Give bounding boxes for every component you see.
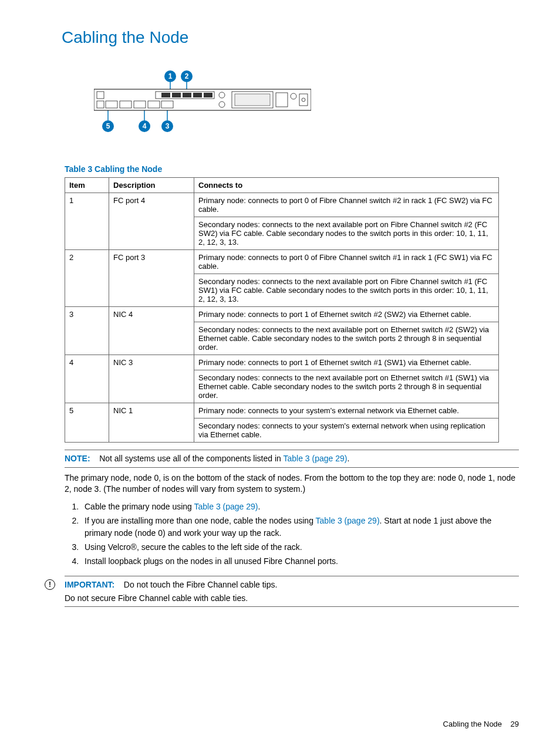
cell-connects-to: Primary node: connects to your system's … xyxy=(194,403,499,418)
table-header-connects-to: Connects to xyxy=(194,178,499,193)
table-row: 1FC port 4Primary node: connects to port… xyxy=(65,193,499,217)
svg-rect-5 xyxy=(94,89,311,110)
cell-connects-to: Primary node: connects to port 1 of Ethe… xyxy=(194,307,499,322)
table-title: Table 3 Cabling the Node xyxy=(41,164,519,174)
callout-3: 3 xyxy=(161,120,173,132)
note-label: NOTE: xyxy=(65,454,90,463)
step-link[interactable]: Table 3 (page 29) xyxy=(194,502,258,511)
svg-rect-14 xyxy=(161,93,170,97)
hardware-diagram: 1 2 3 4 5 xyxy=(41,70,519,135)
svg-rect-22 xyxy=(235,94,270,106)
table-row: 5NIC 1Primary node: connects to your sys… xyxy=(65,403,499,418)
important-block: IMPORTANT: Do not touch the Fibre Channe… xyxy=(65,576,519,607)
svg-rect-15 xyxy=(172,93,181,97)
cell-connects-to: Primary node: connects to port 1 of Ethe… xyxy=(194,355,499,370)
cabling-table: Item Description Connects to 1FC port 4P… xyxy=(65,177,499,443)
cell-item: 3 xyxy=(65,307,109,355)
cell-item: 2 xyxy=(65,250,109,307)
important-icon: ! xyxy=(45,579,55,590)
cell-description: NIC 1 xyxy=(109,403,194,443)
svg-rect-16 xyxy=(183,93,191,97)
list-item: If you are installing more than one node… xyxy=(81,515,519,539)
cell-description: FC port 4 xyxy=(109,193,194,250)
svg-rect-18 xyxy=(204,93,212,97)
cell-connects-to: Secondary nodes: connects to the next av… xyxy=(194,274,499,307)
cell-connects-to: Secondary nodes: connects to the next av… xyxy=(194,322,499,355)
callout-1: 1 xyxy=(164,70,176,82)
cell-item: 5 xyxy=(65,403,109,443)
note-text-before: Not all systems use all of the component… xyxy=(99,454,283,463)
svg-rect-17 xyxy=(193,93,202,97)
callout-2: 2 xyxy=(181,70,193,82)
important-line1: Do not touch the Fibre Channel cable tip… xyxy=(124,580,278,589)
cell-description: NIC 4 xyxy=(109,307,194,355)
cell-connects-to: Secondary nodes: connects to your system… xyxy=(194,418,499,443)
note-link[interactable]: Table 3 (page 29) xyxy=(283,454,347,463)
cell-item: 4 xyxy=(65,355,109,403)
footer-section: Cabling the Node xyxy=(443,720,502,728)
table-header-item: Item xyxy=(65,178,109,193)
cell-connects-to: Secondary nodes: connects to the next av… xyxy=(194,217,499,250)
callout-4: 4 xyxy=(139,120,150,132)
page-title: Cabling the Node xyxy=(41,28,519,47)
cell-item: 1 xyxy=(65,193,109,250)
list-item: Cable the primary node using Table 3 (pa… xyxy=(81,501,519,513)
table-row: 4NIC 3Primary node: connects to port 1 o… xyxy=(65,355,499,370)
table-row: 3NIC 4Primary node: connects to port 1 o… xyxy=(65,307,499,322)
step-link[interactable]: Table 3 (page 29) xyxy=(316,516,380,525)
important-label: IMPORTANT: xyxy=(65,580,114,589)
important-line2: Do not secure Fibre Channel cable with c… xyxy=(65,593,519,604)
callout-5: 5 xyxy=(102,120,114,132)
page-footer: Cabling the Node 29 xyxy=(443,720,519,728)
cell-description: NIC 3 xyxy=(109,355,194,403)
footer-page-num: 29 xyxy=(511,720,519,728)
step-list: Cable the primary node using Table 3 (pa… xyxy=(65,501,519,568)
table-row: 2FC port 3Primary node: connects to port… xyxy=(65,250,499,274)
cell-connects-to: Primary node: connects to port 0 of Fibr… xyxy=(194,250,499,274)
cell-connects-to: Secondary nodes: connects to the next av… xyxy=(194,370,499,403)
table-header-description: Description xyxy=(109,178,194,193)
cell-connects-to: Primary node: connects to port 0 of Fibr… xyxy=(194,193,499,217)
cell-description: FC port 3 xyxy=(109,250,194,307)
note-text-after: . xyxy=(347,454,349,463)
list-item: Using Velcro®, secure the cables to the … xyxy=(81,541,519,553)
note-block: NOTE: Not all systems use all of the com… xyxy=(65,450,519,468)
list-item: Install loopback plugs on the nodes in a… xyxy=(81,555,519,568)
body-paragraph: The primary node, node 0, is on the bott… xyxy=(65,472,519,495)
